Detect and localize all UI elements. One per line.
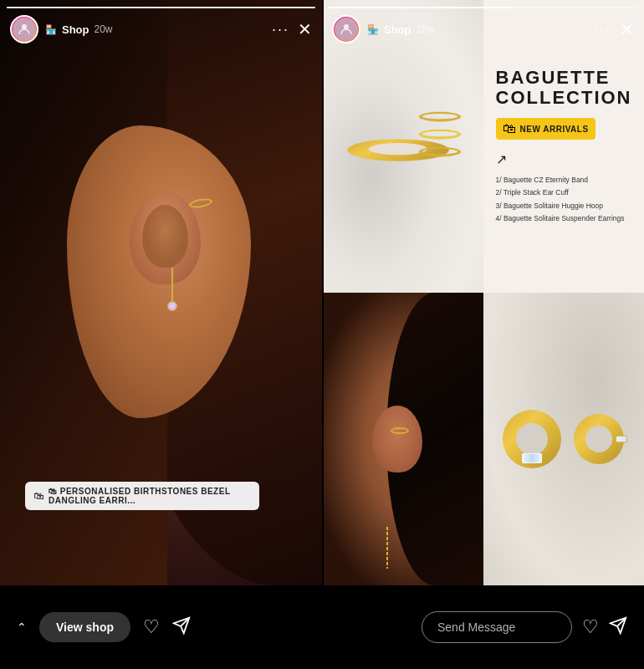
bl-ear-cuff [391,427,409,434]
hoop-inner-right [585,426,612,452]
right-more-button[interactable]: ··· [594,21,611,38]
left-avatar [10,15,38,43]
right-story-meta: 🏪 Shop 18w [367,23,594,36]
stories-container: 🏪 Shop 20w ··· ✕ 🛍 🛍 PERSONALISED BIRTHS… [0,0,644,585]
product-tag-text: 🛍 PERSONALISED BIRTHSTONES BEZEL DANGLIN… [49,487,251,505]
quad-baguette-text: BAGUETTECOLLECTION 🛍 NEW ARRIVALS ↗ 1/ B… [483,0,645,293]
bottom-right-section: ♡ [326,611,627,643]
hoop-outer-left [503,410,561,468]
cz-charm [616,436,627,443]
collection-item-3: 3/ Baguette Solitaire Huggie Hoop [496,200,632,212]
gem-bar-left [522,453,542,463]
hoop-inner-left [516,423,548,455]
hoop-outer-right [574,414,624,464]
earring-wire [171,268,173,301]
left-story-header: 🏪 Shop 20w ··· ✕ [0,15,322,43]
right-username: Shop [384,23,411,36]
product-tag[interactable]: 🛍 🛍 PERSONALISED BIRTHSTONES BEZEL DANGL… [25,482,259,510]
new-arrivals-badge: 🛍 NEW ARRIVALS [496,118,595,140]
collection-item-2: 2/ Triple Stack Ear Cuff [496,186,632,199]
right-grid: BAGUETTECOLLECTION 🛍 NEW ARRIVALS ↗ 1/ B… [322,0,644,585]
left-avatar-inner [13,18,36,41]
chevron-up-indicator: ⌃ [17,620,27,634]
panel-divider [322,0,324,585]
new-arrivals-text: NEW ARRIVALS [520,125,589,134]
collection-item-4: 4/ Baguette Solitaire Suspender Earrings [496,212,632,225]
story-left-panel: 🏪 Shop 20w ··· ✕ 🛍 🛍 PERSONALISED BIRTHS… [0,0,322,585]
right-shop-icon: 🏪 [367,24,379,35]
right-avatar [332,15,360,43]
left-username: Shop [62,23,89,36]
heart-icon-left[interactable]: ♡ [143,616,160,638]
svg-point-1 [344,24,349,29]
baguette-collection-title: BAGUETTECOLLECTION [496,68,632,108]
stacked-rings [419,109,461,159]
quad-rings [322,0,483,293]
right-story-header: 🏪 Shop 18w ··· ✕ [322,15,644,43]
product-tag-icon: 🛍 [33,490,43,502]
send-message-input[interactable] [422,611,572,643]
badge-icon: 🛍 [503,121,516,136]
bl-ear [372,406,422,472]
right-time: 18w [417,23,435,35]
send-icon-left[interactable] [172,616,191,639]
quad-hoops [483,293,645,585]
left-shop-icon: 🏪 [45,24,57,35]
collection-list: 1/ Baguette CZ Eternity Band 2/ Triple S… [496,174,632,225]
bottom-left-section: ⌃ View shop ♡ [17,612,318,642]
left-time: 20w [95,23,113,35]
story-right-panel: 🏪 Shop 18w ··· ✕ [322,0,644,585]
view-shop-button[interactable]: View shop [39,612,130,642]
left-progress-bar [7,7,315,8]
bl-chain [386,527,388,569]
collection-item-1: 1/ Baguette CZ Eternity Band [496,174,632,186]
bottom-bar: ⌃ View shop ♡ ♡ [0,585,644,669]
right-close-button[interactable]: ✕ [620,19,634,39]
rings-container [344,105,461,188]
baguette-hoop-right [574,414,624,464]
baguette-hoop-left [503,410,561,468]
dangle-earring [167,268,177,311]
left-story-meta: 🏪 Shop 20w [45,23,272,36]
svg-point-0 [22,24,27,29]
right-progress-bar [329,7,637,8]
left-more-button[interactable]: ··· [272,21,289,38]
right-avatar-inner [335,18,358,41]
send-icon-right[interactable] [609,616,627,639]
hoops-container [503,410,624,468]
earring-gem [167,301,177,311]
ear-inner [142,205,188,268]
heart-icon-right[interactable]: ♡ [582,616,599,638]
arrow-icon: ↗ [496,151,632,167]
left-close-button[interactable]: ✕ [298,19,312,39]
quad-ear-cuff-photo [322,293,483,585]
